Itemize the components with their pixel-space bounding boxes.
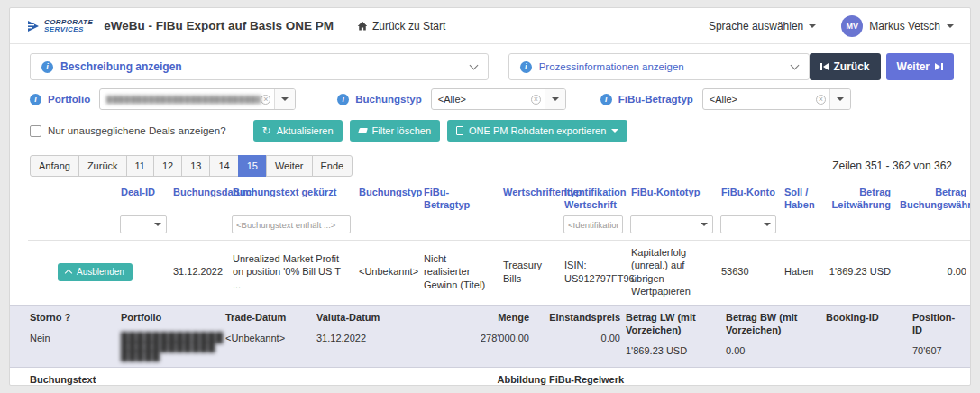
caret-down-icon <box>809 24 816 28</box>
column-header-fibu-betragtyp[interactable]: FiBu-Betragtyp <box>419 182 499 214</box>
document-icon <box>456 126 463 135</box>
info-icon: i <box>600 94 612 105</box>
caret-down-icon <box>154 223 161 226</box>
pager-prev[interactable]: Zurück <box>78 155 127 177</box>
pager-page-13[interactable]: 13 <box>181 155 210 177</box>
column-header-wertschriftentyp[interactable]: Wertschriftentyp <box>499 182 560 214</box>
home-icon <box>357 21 368 32</box>
caret-down-icon <box>764 223 771 226</box>
pager-page-11[interactable]: 11 <box>126 155 154 177</box>
row-detail-panel: Storno ? Nein Portfolio █████████████ ██… <box>10 305 970 368</box>
pager-last[interactable]: Ende <box>312 155 353 177</box>
clear-filter-button[interactable]: Filter löschen <box>350 120 440 142</box>
header-row: Deal-ID Buchungsdatum Buchungstext gekür… <box>28 182 971 214</box>
cell-identifikation: ISIN: US912797FT96 <box>560 241 627 304</box>
pager-page-15[interactable]: 15 <box>238 155 267 177</box>
avatar: MV <box>841 15 863 37</box>
pager-page-12[interactable]: 12 <box>153 155 182 177</box>
pagination-row: Anfang Zurück 11 12 13 14 15 Weiter Ende… <box>10 142 970 177</box>
column-header-buchungstext[interactable]: Buchungstext gekürzt <box>228 182 354 214</box>
dropdown-button[interactable] <box>545 89 565 109</box>
dropdown-button[interactable] <box>829 89 850 109</box>
column-header-buchungstyp[interactable]: Buchungstyp <box>354 182 419 214</box>
cell-buchungsdatum: 31.12.2022 <box>169 241 228 304</box>
cell-fibu-kontotyp[interactable]: Kapitalerfolg (unreal.) auf übrigen Wert… <box>627 241 717 304</box>
column-header-identifikation[interactable]: Identifikation Wertschrift <box>560 182 627 214</box>
detail-field-einstandspreis: Einstandspreis 0.00 <box>535 312 620 360</box>
chevron-down-icon <box>469 61 478 70</box>
corporate-services-logo: CORPORATE SERVICES <box>26 19 93 33</box>
back-to-start-label: Zurück zu Start <box>372 20 445 32</box>
back-to-start-link[interactable]: Zurück zu Start <box>357 20 445 32</box>
portfolio-combo[interactable]: ████████████████████████████ × <box>99 88 296 110</box>
clear-filter-button-label: Filter löschen <box>372 125 431 136</box>
fibu-betragtyp-filter-label: FiBu-Betragtyp <box>618 94 693 105</box>
results-table: Deal-ID Buchungsdatum Buchungstext gekür… <box>28 182 971 303</box>
language-selector[interactable]: Sprache auswählen <box>709 20 816 32</box>
pager-first[interactable]: Anfang <box>30 155 79 177</box>
portfolio-filter-label: Portfolio <box>48 94 90 105</box>
language-selector-label: Sprache auswählen <box>709 20 803 32</box>
detail-field-storno: Storno ? Nein <box>30 312 115 360</box>
back-button[interactable]: Zurück <box>810 53 881 80</box>
next-button[interactable]: Weiter <box>886 53 954 80</box>
results-table-wrap: Deal-ID Buchungsdatum Buchungstext gekür… <box>10 177 970 303</box>
description-panel-toggle[interactable]: i Beschreibung anzeigen <box>30 53 489 80</box>
dropdown-button[interactable] <box>274 89 295 109</box>
refresh-button[interactable]: ↻ Aktualisieren <box>253 120 343 142</box>
clear-icon[interactable]: × <box>816 95 826 105</box>
rows-info: Zeilen 351 - 362 von 362 <box>832 160 952 172</box>
clear-icon[interactable]: × <box>531 95 541 105</box>
back-button-label: Zurück <box>834 60 870 73</box>
portfolio-filter: i Portfolio ████████████████████████████… <box>30 88 296 110</box>
cell-buchungstyp: <Unbekannt> <box>354 241 419 304</box>
column-header-soll-haben[interactable]: Soll / Haben <box>780 182 823 214</box>
pager-page-14[interactable]: 14 <box>209 155 238 177</box>
buchungstyp-combo[interactable]: <Alle> × <box>431 88 566 110</box>
buchungstyp-filter: i Buchungstyp <Alle> × <box>337 88 565 110</box>
chevron-down-icon <box>790 61 799 70</box>
detail-field-betrag-bw: Betrag BW (mit Vorzeichen) 0.00 <box>726 312 820 360</box>
refresh-button-label: Aktualisieren <box>277 125 334 136</box>
buchungstext-filter-input[interactable] <box>232 215 351 233</box>
checkbox-icon[interactable] <box>30 125 41 137</box>
pager: Anfang Zurück 11 12 13 14 15 Weiter Ende <box>30 155 353 177</box>
column-header-fibu-konto[interactable]: FiBu-Konto <box>717 182 780 214</box>
detail-texts-row: Buchungstext Unrealized Market Profit on… <box>10 368 970 386</box>
unbalanced-deals-checkbox[interactable]: Nur unausgeglichene Deals anzeigen? <box>30 125 226 137</box>
info-icon: i <box>30 94 41 105</box>
info-icon: i <box>41 61 53 73</box>
clear-icon[interactable]: × <box>261 95 270 105</box>
cell-soll-haben: Haben <box>780 241 823 304</box>
collapse-row-button-label: Ausblenden <box>77 267 124 277</box>
cell-betrag-buchungswaehrung: 0.00 <box>895 241 971 304</box>
logo-arrow-icon <box>26 19 41 33</box>
column-header-fibu-kontotyp[interactable]: FiBu-Kontotyp <box>627 182 717 214</box>
column-header-buchungsdatum[interactable]: Buchungsdatum <box>169 182 228 214</box>
logo-text-line2: SERVICES <box>44 26 93 33</box>
deal-id-filter-select[interactable] <box>120 215 167 233</box>
regelwerk-label: Abbildung FiBu-Regelwerk <box>498 374 951 385</box>
next-button-label: Weiter <box>897 60 930 73</box>
fibu-betragtyp-combo[interactable]: <Alle> × <box>702 88 851 110</box>
fibu-konto-filter-select[interactable] <box>720 215 776 233</box>
column-header-betrag-buchungswaehrung[interactable]: Betrag Buchungswährung <box>895 182 971 214</box>
buchungstyp-combo-value: <Alle> <box>432 94 531 105</box>
checkbox-label: Nur unausgeglichene Deals anzeigen? <box>48 125 226 136</box>
fibu-kontotyp-filter-select[interactable] <box>630 215 713 233</box>
column-header-deal-id[interactable]: Deal-ID <box>116 182 169 214</box>
collapse-row-button[interactable]: Ausblenden <box>58 263 133 281</box>
skip-next-icon <box>935 63 943 70</box>
user-menu[interactable]: MV Markus Vetsch <box>841 15 954 37</box>
caret-down-icon <box>611 129 618 133</box>
cell-fibu-konto[interactable]: 53630 <box>717 241 780 304</box>
column-header-betrag-leitwaehrung[interactable]: Betrag Leitwährung <box>823 182 895 214</box>
export-rawdata-button[interactable]: ONE PM Rohdaten exportieren <box>447 120 627 142</box>
pager-next[interactable]: Weiter <box>266 155 313 177</box>
identifikation-filter-input[interactable] <box>563 215 623 233</box>
process-info-panel-toggle[interactable]: i Prozessinformationen anzeigen <box>508 53 810 80</box>
skip-back-icon <box>820 63 829 70</box>
info-icon: i <box>520 61 532 73</box>
buchungstext-section: Buchungstext Unrealized Market Profit on… <box>30 374 483 386</box>
table-row[interactable]: Ausblenden 31.12.2022 Unrealized Market … <box>28 241 971 304</box>
